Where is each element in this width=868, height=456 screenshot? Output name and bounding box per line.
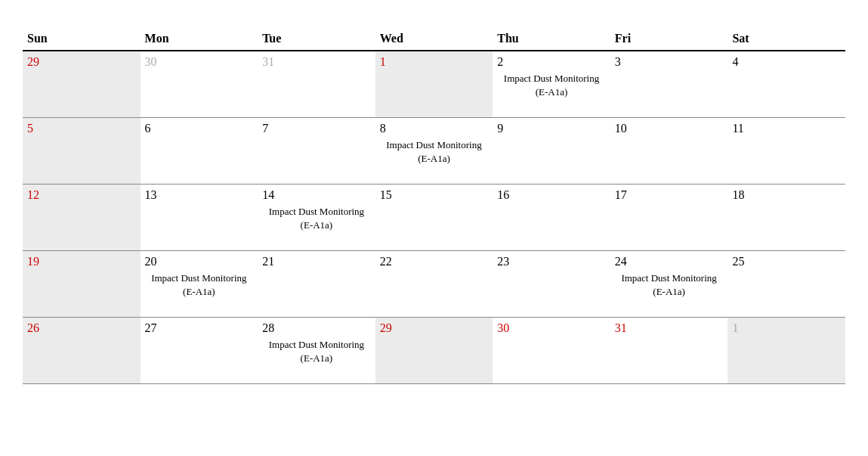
calendar-cell: 6 <box>141 117 258 184</box>
event-label: Impact Dust Monitoring (E-A1a) <box>262 338 371 365</box>
calendar-cell: 3 <box>610 51 728 117</box>
col-header-fri: Fri <box>610 29 728 51</box>
day-number: 14 <box>262 188 371 202</box>
day-number: 30 <box>145 55 254 69</box>
day-number: 1 <box>380 55 489 69</box>
calendar-cell: 1 <box>727 317 845 383</box>
day-number: 2 <box>497 55 606 69</box>
day-number: 11 <box>732 122 841 135</box>
day-number: 20 <box>145 255 254 268</box>
calendar-cell: 25 <box>727 250 845 317</box>
day-number: 27 <box>145 321 254 335</box>
day-number: 4 <box>732 55 841 69</box>
calendar-cell: 30 <box>141 51 258 117</box>
event-label: Impact Dust Monitoring (E-A1a) <box>615 271 724 299</box>
day-number: 29 <box>27 55 136 69</box>
calendar-cell: 4 <box>727 51 845 117</box>
calendar-cell: 16 <box>493 184 610 250</box>
col-header-sat: Sat <box>727 29 845 51</box>
calendar-cell: 18 <box>727 184 845 250</box>
day-number: 15 <box>380 188 489 202</box>
col-header-tue: Tue <box>258 29 375 51</box>
calendar-cell: 1 <box>375 51 493 117</box>
day-number: 22 <box>380 255 489 268</box>
day-number: 29 <box>380 321 489 335</box>
calendar-cell: 10 <box>610 117 728 184</box>
event-label: Impact Dust Monitoring (E-A1a) <box>497 72 606 99</box>
day-number: 16 <box>497 188 606 202</box>
calendar-cell: 17 <box>610 184 728 250</box>
day-number: 9 <box>497 122 606 135</box>
day-number: 7 <box>262 122 371 135</box>
day-number: 31 <box>262 55 371 69</box>
calendar-cell: 2Impact Dust Monitoring (E-A1a) <box>493 51 610 117</box>
calendar-cell: 8Impact Dust Monitoring (E-A1a) <box>375 117 493 184</box>
day-number: 28 <box>262 321 371 335</box>
col-header-mon: Mon <box>141 29 258 51</box>
calendar-cell: 19 <box>23 250 141 317</box>
calendar-cell: 15 <box>375 184 493 250</box>
calendar-cell: 23 <box>493 250 610 317</box>
day-number: 18 <box>732 188 841 202</box>
calendar-cell: 20Impact Dust Monitoring (E-A1a) <box>141 250 258 317</box>
day-number: 10 <box>615 122 724 135</box>
calendar-cell: 28Impact Dust Monitoring (E-A1a) <box>258 317 375 383</box>
day-number: 24 <box>615 255 724 268</box>
day-number: 17 <box>615 188 724 202</box>
calendar-table: SunMonTueWedThuFriSat 29303112Impact Dus… <box>23 29 845 384</box>
day-number: 25 <box>732 255 841 268</box>
calendar-cell: 24Impact Dust Monitoring (E-A1a) <box>610 250 728 317</box>
calendar-cell: 11 <box>727 117 845 184</box>
calendar-cell: 31 <box>258 51 375 117</box>
calendar-cell: 14Impact Dust Monitoring (E-A1a) <box>258 184 375 250</box>
day-number: 1 <box>732 321 841 335</box>
day-number: 30 <box>497 321 606 335</box>
calendar-cell: 7 <box>258 117 375 184</box>
calendar-cell: 21 <box>258 250 375 317</box>
day-number: 6 <box>145 122 254 135</box>
calendar-cell: 12 <box>23 184 141 250</box>
day-number: 21 <box>262 255 371 268</box>
calendar-cell: 13 <box>141 184 258 250</box>
calendar-cell: 26 <box>23 317 141 383</box>
calendar-cell: 9 <box>493 117 610 184</box>
day-number: 8 <box>380 122 489 135</box>
col-header-sun: Sun <box>23 29 141 51</box>
event-label: Impact Dust Monitoring (E-A1a) <box>262 205 371 232</box>
day-number: 13 <box>145 188 254 202</box>
calendar-cell: 31 <box>610 317 728 383</box>
day-number: 19 <box>27 255 136 268</box>
day-number: 23 <box>497 255 606 268</box>
calendar-cell: 29 <box>375 317 493 383</box>
day-number: 26 <box>27 321 136 335</box>
col-header-thu: Thu <box>493 29 610 51</box>
day-number: 3 <box>615 55 724 69</box>
calendar-cell: 5 <box>23 117 141 184</box>
col-header-wed: Wed <box>375 29 493 51</box>
day-number: 12 <box>27 188 136 202</box>
day-number: 31 <box>615 321 724 335</box>
calendar-cell: 22 <box>375 250 493 317</box>
day-number: 5 <box>27 122 136 135</box>
event-label: Impact Dust Monitoring (E-A1a) <box>380 138 489 166</box>
calendar-cell: 30 <box>493 317 610 383</box>
calendar-cell: 29 <box>23 51 141 117</box>
event-label: Impact Dust Monitoring (E-A1a) <box>145 271 254 299</box>
calendar-cell: 27 <box>141 317 258 383</box>
